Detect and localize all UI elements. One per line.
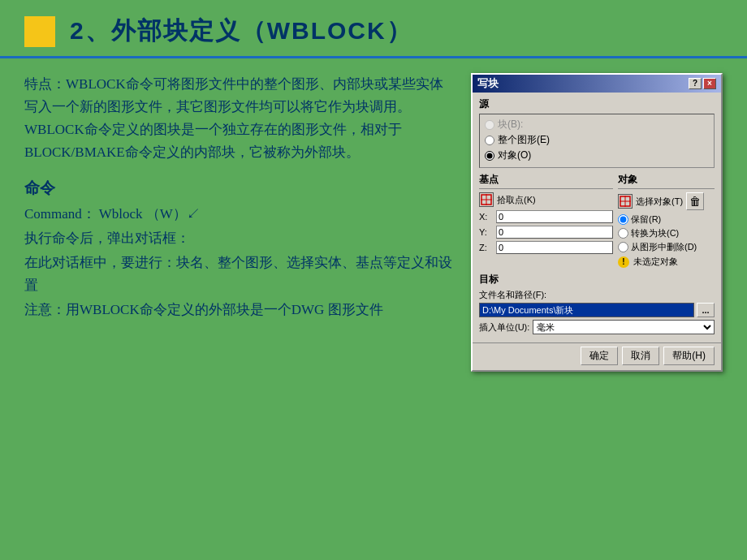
source-label: 源 [479, 97, 715, 111]
objects-title: 对象 [618, 173, 715, 189]
command-section: 命令 Command： Wblock （W）↙ 执行命令后，弹出对话框： 在此对… [24, 175, 455, 321]
dialog-body: 源 块(B): 整个图形(E) 对象(O) [473, 93, 721, 342]
object-radio[interactable] [485, 151, 494, 161]
pick-point-label[interactable]: 拾取点(K) [497, 194, 536, 206]
object-radio-item: 对象(O) [485, 149, 709, 162]
slide-title: 2、外部块定义（WBLOCK） [70, 15, 412, 48]
delete-radio[interactable] [618, 242, 628, 252]
titlebar-buttons: ? × [689, 78, 716, 89]
cmd-line2: 执行命令后，弹出对话框： [24, 227, 455, 250]
two-col: 基点 拾取点(K) X: Y: [479, 173, 715, 268]
y-input[interactable] [496, 226, 613, 239]
y-field-row: Y: [479, 226, 613, 239]
source-group: 块(B): 整个图形(E) 对象(O) [479, 114, 715, 168]
dialog-title: 写块 [477, 76, 499, 91]
delete-radio-item: 从图形中删除(D) [618, 241, 715, 253]
filename-label: 文件名和路径(F): [479, 289, 715, 301]
cmd-line3: 在此对话框中，要进行：块名、整个图形、选择实体、基点等定义和设置 [24, 252, 455, 297]
note-line: 注意：用WBLOCK命令定义的外部块是一个DWG 图形文件 [24, 299, 455, 321]
warn-icon: ! [618, 256, 629, 268]
dialog-titlebar: 写块 ? × [473, 75, 721, 93]
block-radio-item: 块(B): [485, 118, 709, 131]
objects-col: 对象 选择对象(T) 🗑 保留(R) [618, 173, 715, 268]
target-label: 目标 [479, 273, 715, 286]
pick-icon [479, 192, 494, 207]
cancel-button[interactable]: 取消 [622, 347, 659, 365]
basepoint-col: 基点 拾取点(K) X: Y: [479, 173, 613, 268]
yellow-square-decoration [24, 16, 55, 47]
browse-button[interactable]: ... [697, 303, 715, 317]
convert-label: 转换为块(C) [631, 227, 679, 239]
block-radio[interactable] [485, 120, 494, 130]
keep-radio[interactable] [618, 214, 628, 225]
whole-radio[interactable] [485, 136, 494, 145]
feature-paragraph: 特点：WBLOCK命令可将图形文件中的整个图形、内部块或某些实体写入一个新的图形… [24, 73, 455, 164]
file-path-input[interactable] [479, 303, 694, 317]
x-label: X: [479, 212, 494, 222]
convert-radio-item: 转换为块(C) [618, 227, 715, 239]
pick-btn-row: 拾取点(K) [479, 192, 613, 207]
keep-radio-item: 保留(R) [618, 213, 715, 226]
block-label: 块(B): [498, 118, 523, 131]
whole-label: 整个图形(E) [498, 133, 550, 147]
x-field-row: X: [479, 210, 613, 223]
unit-row: 插入单位(U): 毫米 [479, 320, 715, 334]
cmd-label: 命令 [24, 175, 455, 200]
object-label: 对象(O) [498, 149, 531, 162]
help-button[interactable]: ? [689, 78, 702, 89]
trash-button[interactable]: 🗑 [686, 192, 704, 210]
z-input[interactable] [496, 241, 613, 254]
header: 2、外部块定义（WBLOCK） [0, 0, 747, 56]
help-dialog-button[interactable]: 帮助(H) [663, 347, 715, 365]
file-row: ... [479, 303, 715, 317]
y-label: Y: [479, 227, 494, 237]
keep-label: 保留(R) [631, 213, 661, 226]
delete-label: 从图形中删除(D) [631, 241, 697, 253]
z-field-row: Z: [479, 241, 613, 254]
x-input[interactable] [496, 210, 613, 223]
content-area: 特点：WBLOCK命令可将图形文件中的整个图形、内部块或某些实体写入一个新的图形… [0, 58, 747, 380]
no-selected-label: 未选定对象 [633, 256, 678, 268]
left-text-panel: 特点：WBLOCK命令可将图形文件中的整个图形、内部块或某些实体写入一个新的图形… [24, 73, 455, 372]
unit-select[interactable]: 毫米 [533, 320, 715, 334]
target-section: 目标 文件名和路径(F): ... 插入单位(U): 毫米 [479, 273, 715, 334]
wblock-dialog: 写块 ? × 源 块(B): 整个图形(E) [471, 73, 723, 372]
select-objects-label[interactable]: 选择对象(T) [636, 196, 683, 208]
convert-radio[interactable] [618, 228, 628, 239]
whole-radio-item: 整个图形(E) [485, 133, 709, 147]
z-label: Z: [479, 243, 494, 252]
no-selected-row: ! 未选定对象 [618, 256, 715, 268]
dialog-footer: 确定 取消 帮助(H) [473, 342, 721, 370]
select-btn-row: 选择对象(T) 🗑 [618, 192, 715, 210]
basepoint-title: 基点 [479, 173, 613, 189]
unit-label: 插入单位(U): [479, 321, 529, 334]
slide: 2、外部块定义（WBLOCK） 特点：WBLOCK命令可将图形文件中的整个图形、… [0, 0, 747, 560]
ok-button[interactable]: 确定 [581, 347, 618, 365]
select-icon [618, 194, 633, 209]
close-button[interactable]: × [703, 78, 716, 89]
cmd-line: Command： Wblock （W）↙ [24, 203, 455, 226]
